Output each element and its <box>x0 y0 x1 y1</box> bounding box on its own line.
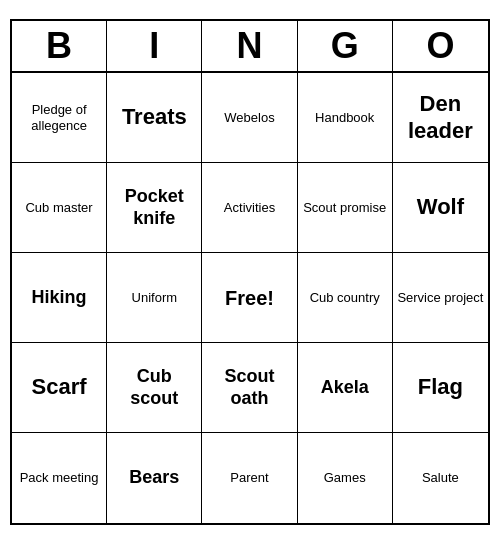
bingo-cell: Uniform <box>107 253 202 343</box>
bingo-cell: Games <box>298 433 393 523</box>
bingo-cell: Pocket knife <box>107 163 202 253</box>
bingo-grid: Pledge of allegenceTreatsWebelosHandbook… <box>12 73 488 523</box>
bingo-cell: Pledge of allegence <box>12 73 107 163</box>
bingo-header-letter: N <box>202 21 297 71</box>
bingo-cell: Service project <box>393 253 488 343</box>
bingo-cell: Parent <box>202 433 297 523</box>
bingo-header-letter: B <box>12 21 107 71</box>
bingo-cell: Cub country <box>298 253 393 343</box>
bingo-cell: Akela <box>298 343 393 433</box>
bingo-cell: Scout oath <box>202 343 297 433</box>
bingo-cell: Activities <box>202 163 297 253</box>
bingo-cell: Scout promise <box>298 163 393 253</box>
bingo-header-letter: G <box>298 21 393 71</box>
bingo-cell: Cub scout <box>107 343 202 433</box>
bingo-header: BINGO <box>12 21 488 73</box>
bingo-cell: Wolf <box>393 163 488 253</box>
bingo-cell: Den leader <box>393 73 488 163</box>
bingo-cell: Treats <box>107 73 202 163</box>
bingo-cell: Scarf <box>12 343 107 433</box>
bingo-cell: Salute <box>393 433 488 523</box>
bingo-header-letter: I <box>107 21 202 71</box>
bingo-cell: Pack meeting <box>12 433 107 523</box>
bingo-cell: Cub master <box>12 163 107 253</box>
bingo-cell: Flag <box>393 343 488 433</box>
bingo-cell: Bears <box>107 433 202 523</box>
bingo-cell: Webelos <box>202 73 297 163</box>
bingo-card: BINGO Pledge of allegenceTreatsWebelosHa… <box>10 19 490 525</box>
bingo-header-letter: O <box>393 21 488 71</box>
bingo-cell: Free! <box>202 253 297 343</box>
bingo-cell: Hiking <box>12 253 107 343</box>
bingo-cell: Handbook <box>298 73 393 163</box>
